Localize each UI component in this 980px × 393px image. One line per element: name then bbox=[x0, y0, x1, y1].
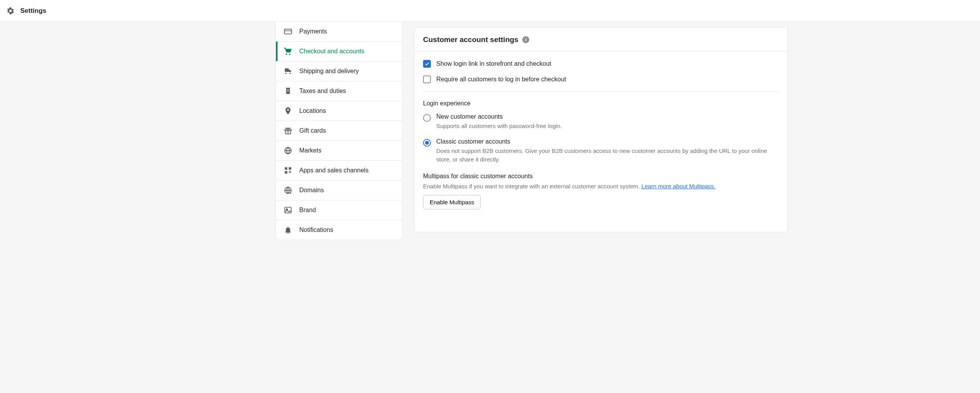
sidebar-item-markets[interactable]: Markets bbox=[276, 141, 402, 161]
radio-title: Classic customer accounts bbox=[436, 138, 779, 145]
sidebar-item-label: Locations bbox=[299, 107, 326, 114]
multipass-learn-more-link[interactable]: Learn more about Multipass. bbox=[641, 183, 715, 189]
sidebar-item-label: Notifications bbox=[299, 226, 333, 233]
radio-new-accounts[interactable]: New customer accounts Supports all custo… bbox=[423, 113, 779, 130]
truck-icon bbox=[284, 67, 292, 75]
multipass-help: Enable Multipass if you want to integrat… bbox=[423, 183, 779, 189]
credit-card-icon bbox=[284, 27, 292, 36]
globe-icon bbox=[284, 146, 292, 155]
svg-rect-0 bbox=[285, 29, 292, 34]
radio-classic-accounts[interactable]: Classic customer accounts Does not suppo… bbox=[423, 138, 779, 164]
show-login-checkbox-row[interactable]: Show login link in storefront and checko… bbox=[423, 60, 779, 68]
svg-rect-6 bbox=[285, 171, 287, 174]
sidebar-item-label: Domains bbox=[299, 187, 324, 194]
info-icon[interactable]: i bbox=[522, 36, 529, 43]
sidebar-item-label: Checkout and accounts bbox=[299, 48, 364, 55]
gift-icon bbox=[284, 126, 292, 135]
domain-globe-icon bbox=[284, 186, 292, 195]
multipass-heading: Multipass for classic customer accounts bbox=[423, 173, 779, 180]
page-body: Payments Checkout and accounts Shipping … bbox=[0, 22, 980, 240]
card-header: Customer account settings i bbox=[414, 28, 787, 51]
svg-rect-4 bbox=[285, 167, 287, 170]
sidebar-item-notifications[interactable]: Notifications bbox=[276, 220, 402, 240]
sidebar-item-label: Markets bbox=[299, 147, 321, 154]
customer-account-settings-card: Customer account settings i Show login l… bbox=[414, 27, 788, 232]
radio-input-new[interactable] bbox=[423, 114, 431, 122]
show-login-label: Show login link in storefront and checko… bbox=[436, 60, 551, 67]
radio-input-classic[interactable] bbox=[423, 139, 431, 147]
sidebar-item-payments[interactable]: Payments bbox=[276, 22, 402, 42]
svg-rect-8 bbox=[285, 207, 292, 213]
radio-desc: Supports all customers with password-fre… bbox=[436, 122, 562, 130]
page-title: Settings bbox=[20, 7, 46, 15]
settings-sidebar: Payments Checkout and accounts Shipping … bbox=[276, 22, 402, 240]
enable-multipass-button[interactable]: Enable Multipass bbox=[423, 195, 481, 209]
require-login-label: Require all customers to log in before c… bbox=[436, 76, 566, 83]
radio-title: New customer accounts bbox=[436, 113, 562, 120]
login-experience-heading: Login experience bbox=[423, 100, 779, 107]
sidebar-item-domains[interactable]: Domains bbox=[276, 181, 402, 200]
topbar: Settings bbox=[0, 0, 980, 22]
sidebar-item-label: Brand bbox=[299, 207, 316, 214]
login-experience-radio-group: New customer accounts Supports all custo… bbox=[423, 113, 779, 163]
sidebar-item-label: Gift cards bbox=[299, 127, 326, 134]
show-login-checkbox[interactable] bbox=[423, 60, 431, 68]
card-body: Show login link in storefront and checko… bbox=[414, 51, 787, 209]
divider bbox=[423, 91, 779, 91]
sidebar-item-apps[interactable]: Apps and sales channels bbox=[276, 161, 402, 181]
bell-icon bbox=[284, 226, 292, 234]
sidebar-item-brand[interactable]: Brand bbox=[276, 200, 402, 220]
sidebar-item-label: Taxes and duties bbox=[299, 88, 346, 95]
radio-desc: Does not support B2B customers. Give you… bbox=[436, 147, 779, 164]
location-pin-icon bbox=[284, 107, 292, 115]
sidebar-item-taxes[interactable]: Taxes and duties bbox=[276, 81, 402, 101]
sidebar-item-label: Apps and sales channels bbox=[299, 167, 369, 174]
sidebar-item-shipping[interactable]: Shipping and delivery bbox=[276, 61, 402, 81]
sidebar-item-label: Shipping and delivery bbox=[299, 68, 359, 75]
image-icon bbox=[284, 206, 292, 214]
apps-grid-icon bbox=[284, 166, 292, 175]
sidebar-item-locations[interactable]: Locations bbox=[276, 101, 402, 121]
sidebar-item-label: Payments bbox=[299, 28, 327, 35]
card-title: Customer account settings bbox=[423, 35, 518, 44]
sidebar-item-gift-cards[interactable]: Gift cards bbox=[276, 121, 402, 141]
sidebar-item-checkout-accounts[interactable]: Checkout and accounts bbox=[276, 42, 402, 61]
require-login-checkbox-row[interactable]: Require all customers to log in before c… bbox=[423, 75, 779, 83]
svg-rect-5 bbox=[289, 167, 291, 170]
cart-icon bbox=[284, 47, 292, 56]
require-login-checkbox[interactable] bbox=[423, 75, 431, 83]
gear-icon bbox=[6, 7, 15, 15]
receipt-icon bbox=[284, 87, 292, 95]
